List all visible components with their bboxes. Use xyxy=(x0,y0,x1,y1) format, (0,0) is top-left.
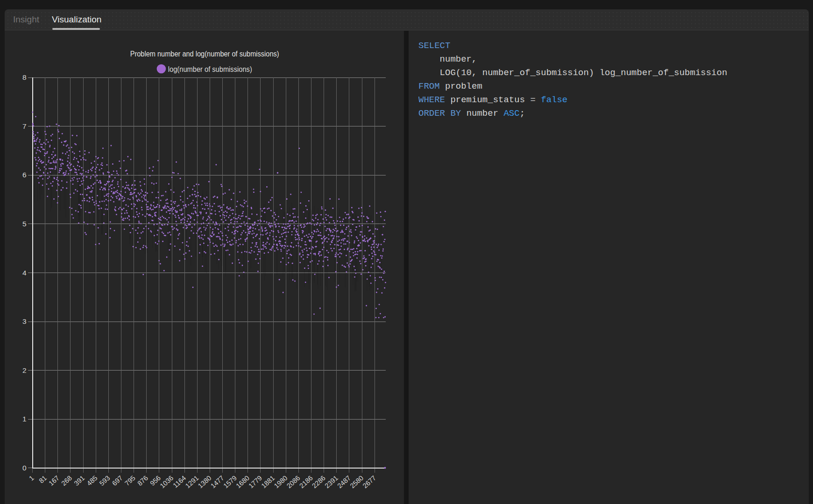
svg-text:2286: 2286 xyxy=(311,474,327,490)
svg-text:3: 3 xyxy=(22,317,27,325)
svg-text:1: 1 xyxy=(28,474,35,482)
svg-text:1680: 1680 xyxy=(234,474,251,490)
svg-text:1579: 1579 xyxy=(222,474,238,490)
svg-text:268: 268 xyxy=(60,474,73,487)
svg-text:593: 593 xyxy=(98,474,112,487)
svg-text:1: 1 xyxy=(22,415,27,423)
svg-text:391: 391 xyxy=(73,474,86,487)
svg-text:6: 6 xyxy=(22,171,27,179)
svg-text:2086: 2086 xyxy=(285,474,302,490)
svg-text:1036: 1036 xyxy=(159,474,175,490)
svg-text:7: 7 xyxy=(22,122,27,130)
svg-text:2677: 2677 xyxy=(361,474,378,490)
svg-text:4: 4 xyxy=(22,269,27,277)
svg-text:2580: 2580 xyxy=(349,474,365,490)
svg-text:2186: 2186 xyxy=(298,474,314,490)
svg-text:2: 2 xyxy=(22,366,27,374)
svg-text:876: 876 xyxy=(136,474,149,487)
svg-text:1980: 1980 xyxy=(273,474,289,490)
svg-text:795: 795 xyxy=(123,474,137,487)
svg-text:5: 5 xyxy=(22,220,27,228)
svg-text:1779: 1779 xyxy=(247,474,263,490)
svg-text:Problem number and log(number: Problem number and log(number of submiss… xyxy=(130,50,279,58)
svg-text:697: 697 xyxy=(111,474,124,487)
svg-text:1380: 1380 xyxy=(197,474,213,490)
svg-text:0: 0 xyxy=(22,464,27,472)
svg-text:1164: 1164 xyxy=(171,474,187,490)
svg-text:485: 485 xyxy=(85,474,99,487)
svg-text:81: 81 xyxy=(37,474,48,485)
svg-text:2391: 2391 xyxy=(323,474,339,490)
svg-text:167: 167 xyxy=(47,474,61,487)
svg-text:log(number of submissions): log(number of submissions) xyxy=(168,65,252,73)
svg-text:1881: 1881 xyxy=(260,474,276,490)
svg-text:1291: 1291 xyxy=(184,474,200,490)
svg-text:1477: 1477 xyxy=(209,474,226,490)
svg-text:2487: 2487 xyxy=(336,474,352,490)
svg-text:8: 8 xyxy=(22,73,27,81)
